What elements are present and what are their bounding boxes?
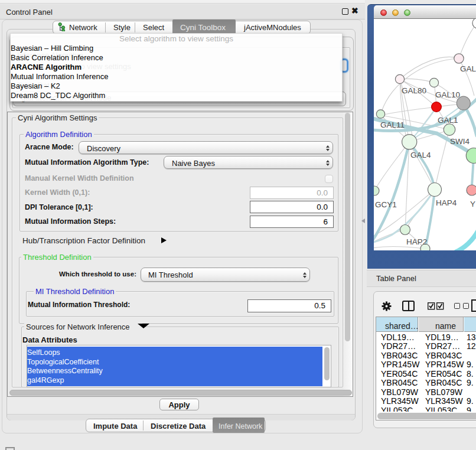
svg-text:GAL10: GAL10 [435, 90, 460, 99]
svg-text:GAL80: GAL80 [402, 86, 426, 95]
svg-text:GCY1: GCY1 [375, 200, 397, 209]
svg-text:HAP2: HAP2 [406, 237, 427, 246]
svg-text:GAL1: GAL1 [438, 116, 458, 125]
svg-text:GAL7: GAL7 [460, 64, 476, 73]
svg-text:GAL11: GAL11 [380, 120, 405, 129]
svg-text:HAP4: HAP4 [436, 198, 457, 207]
svg-text:SWI4: SWI4 [450, 137, 470, 146]
svg-text:Y: Y [470, 200, 475, 208]
svg-text:GAL4: GAL4 [410, 151, 431, 159]
